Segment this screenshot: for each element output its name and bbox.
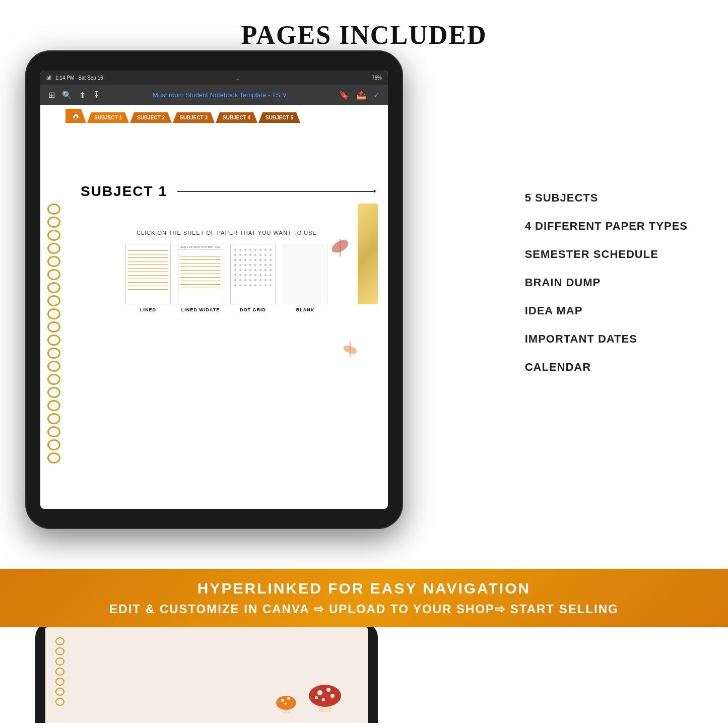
blank-paper-preview: [283, 244, 328, 304]
tablet-bottom-partial: [35, 622, 378, 723]
check-icon[interactable]: ✓: [373, 90, 380, 100]
dot-grid-paper-preview: [230, 244, 276, 304]
autumn-leaf-decor-1: [327, 234, 353, 259]
document-title: Mushroom Student Notebook Template - TS …: [153, 91, 287, 99]
gold-corner-decoration: [358, 204, 378, 304]
lined-date-paper-option[interactable]: JAN FEB MAR APR MAY JUN LINED W/DATE: [178, 244, 223, 312]
tablet-screen: all 1:14 PM Sat Sep 16 ... 76% ⊞ 🔍 ⬆ 🎙 M…: [40, 71, 388, 509]
svg-point-8: [322, 698, 325, 701]
carrier: all: [46, 75, 51, 81]
bookmark-icon[interactable]: 🔖: [339, 90, 349, 100]
subject-tabs: 🏠 SUBJECT 1 SUBJECT 2 SUBJECT 3 SUBJECT …: [40, 105, 388, 123]
search-icon[interactable]: 🔍: [62, 90, 72, 100]
status-bar-left: all 1:14 PM Sat Sep 16: [46, 75, 103, 81]
orange-banner: HYPERLINKED FOR EASY NAVIGATION EDIT & C…: [0, 569, 728, 627]
dot-grid-paper-option[interactable]: DOT GRID: [230, 244, 276, 312]
tablet-device: all 1:14 PM Sat Sep 16 ... 76% ⊞ 🔍 ⬆ 🎙 M…: [25, 50, 418, 544]
time: 1:14 PM: [55, 75, 74, 81]
svg-point-15: [285, 703, 287, 705]
blank-label: BLANK: [296, 307, 315, 312]
svg-point-12: [276, 696, 296, 710]
subject-tab-1[interactable]: SUBJECT 1: [87, 112, 129, 123]
subject-header: SUBJECT 1: [81, 183, 373, 200]
status-bar-dots: ...: [235, 75, 239, 81]
subject-tab-5[interactable]: SUBJECT 5: [258, 112, 300, 123]
subject-title: SUBJECT 1: [81, 183, 167, 200]
date-header: JAN FEB MAR APR MAY JUN: [178, 244, 223, 250]
svg-point-10: [315, 696, 318, 699]
dot-grid-label: DOT GRID: [240, 307, 266, 312]
lined-date-paper-preview: JAN FEB MAR APR MAY JUN: [178, 244, 223, 304]
feature-brain-dump: BRAIN DUMP: [525, 276, 688, 289]
features-list: 5 SUBJECTS 4 DIFFERENT PAPER TYPES SEMES…: [525, 191, 688, 374]
lined-date-label: LINED W/DATE: [181, 307, 220, 312]
subject-underline: [177, 191, 373, 192]
status-bar: all 1:14 PM Sat Sep 16 ... 76%: [40, 71, 388, 85]
share-icon[interactable]: ⬆: [79, 90, 86, 100]
export-icon[interactable]: 📤: [356, 90, 366, 100]
lined-label: LINED: [140, 307, 156, 312]
banner-line-edit-canva: EDIT & CUSTOMIZE IN CANVA ⇨ UPLOAD TO YO…: [109, 602, 618, 616]
tablet-bottom-screen: [45, 627, 368, 723]
page-title: PAGES INCLUDED: [0, 0, 728, 50]
feature-semester-schedule: SEMESTER SCHEDULE: [525, 248, 688, 261]
status-bar-right: 76%: [372, 75, 382, 81]
grid-icon[interactable]: ⊞: [48, 90, 55, 100]
svg-point-9: [330, 694, 335, 698]
toolbar-left-icons: ⊞ 🔍 ⬆ 🎙: [48, 90, 101, 100]
mushroom-sticker: [307, 671, 343, 718]
feature-5-subjects: 5 SUBJECTS: [525, 191, 688, 205]
svg-point-13: [281, 699, 284, 702]
bottom-spiral-binding: [55, 637, 64, 706]
autumn-leaf-decor-2: [340, 340, 360, 360]
feature-calendar: CALENDAR: [525, 361, 688, 374]
autumn-small-mushroom: [275, 686, 297, 718]
lined-paper-preview: [125, 244, 171, 304]
battery: 76%: [372, 75, 382, 81]
banner-line-hyperlinked: HYPERLINKED FOR EASY NAVIGATION: [197, 580, 531, 597]
blank-paper-option[interactable]: BLANK: [283, 244, 328, 312]
mic-icon[interactable]: 🎙: [93, 90, 101, 100]
feature-paper-types: 4 DIFFERENT PAPER TYPES: [525, 220, 688, 233]
subject-tab-3[interactable]: SUBJECT 3: [173, 112, 215, 123]
home-tab[interactable]: 🏠: [65, 109, 86, 123]
subject-tab-2[interactable]: SUBJECT 2: [130, 112, 172, 123]
svg-point-6: [317, 690, 322, 695]
notebook-content: SUBJECT 1 CLICK ON THE SHEET OF PAPER TH…: [40, 123, 388, 375]
svg-point-5: [309, 685, 341, 707]
svg-point-14: [287, 697, 290, 700]
tablet-frame: all 1:14 PM Sat Sep 16 ... 76% ⊞ 🔍 ⬆ 🎙 M…: [25, 50, 403, 529]
app-toolbar: ⊞ 🔍 ⬆ 🎙 Mushroom Student Notebook Templa…: [40, 85, 388, 105]
subject-tab-4[interactable]: SUBJECT 4: [216, 112, 257, 123]
spiral-binding: [47, 204, 60, 466]
feature-important-dates: IMPORTANT DATES: [525, 333, 688, 346]
toolbar-right-icons: 🔖 📤 ✓: [339, 90, 380, 100]
feature-idea-map: IDEA MAP: [525, 304, 688, 317]
lined-paper-option[interactable]: LINED: [125, 244, 171, 312]
date: Sat Sep 16: [78, 75, 103, 81]
svg-point-7: [326, 688, 330, 692]
